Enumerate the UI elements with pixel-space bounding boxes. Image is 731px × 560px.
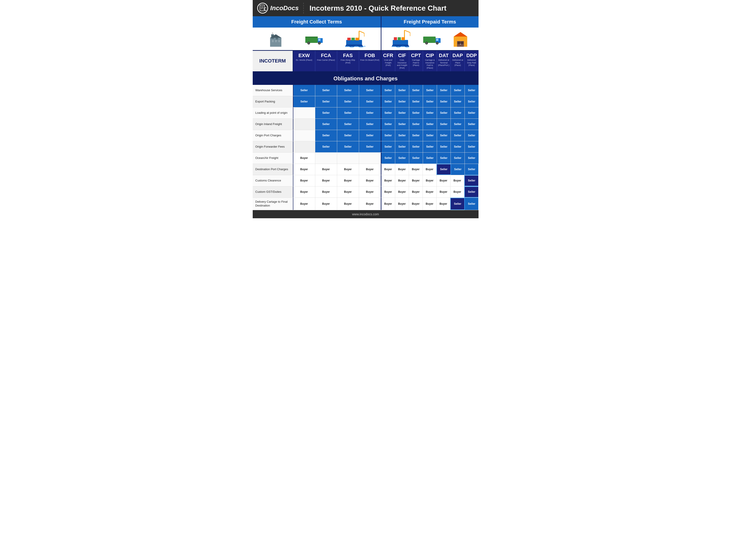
cell: Seller bbox=[359, 96, 381, 107]
logo-text: IncoDocs bbox=[270, 5, 299, 12]
table-row: Destination Port ChargesBuyerBuyerBuyerB… bbox=[253, 164, 479, 175]
cell: Seller bbox=[395, 153, 409, 164]
cell: Buyer bbox=[451, 175, 464, 186]
illustration-row bbox=[253, 28, 479, 51]
page-title: Incoterms 2010 - Quick Reference Chart bbox=[309, 4, 447, 12]
cell: Seller bbox=[395, 96, 409, 107]
row-label: Delivery Cartage to Final Destination bbox=[253, 198, 293, 210]
cell bbox=[293, 119, 315, 130]
row-label: Destination Port Charges bbox=[253, 164, 293, 175]
prepaid-cells: BuyerBuyerBuyerBuyerBuyerBuyerSeller bbox=[382, 186, 479, 198]
factory-icon bbox=[268, 30, 284, 48]
cell: Seller bbox=[359, 141, 381, 152]
prepaid-cells: SellerSellerSellerSellerSellerSellerSell… bbox=[382, 141, 479, 152]
cell: Buyer bbox=[382, 175, 395, 186]
cell: Buyer bbox=[423, 175, 437, 186]
prepaid-truck-icon bbox=[423, 33, 441, 44]
cell: Buyer bbox=[451, 186, 464, 198]
cell: Seller bbox=[337, 85, 359, 96]
cell: Buyer bbox=[315, 175, 337, 186]
cell: Seller bbox=[337, 96, 359, 107]
cell: Seller bbox=[337, 119, 359, 130]
cell: Buyer bbox=[395, 198, 409, 210]
obligations-header: Obligations and Charges bbox=[253, 72, 479, 85]
incoterm-header-row: INCOTERM EXWEx. Words (Place)FCAFree Car… bbox=[253, 51, 479, 72]
cell bbox=[337, 153, 359, 164]
cell: Seller bbox=[337, 130, 359, 141]
cell: Seller bbox=[382, 141, 396, 152]
cell: Buyer bbox=[359, 186, 381, 198]
svg-point-43 bbox=[437, 42, 438, 44]
row-label: Custom GST/Duties bbox=[253, 186, 293, 198]
collect-term-fob: FOBFree On Board (Port) bbox=[359, 51, 381, 71]
collect-cells: SellerSellerSellerSeller bbox=[293, 96, 382, 107]
cell: Buyer bbox=[359, 175, 381, 186]
cell: Buyer bbox=[337, 198, 359, 210]
prepaid-term-cip: CIPCarriage & Insurance Paid to (Place) bbox=[423, 51, 437, 71]
data-rows: Warehouse ServicesSellerSellerSellerSell… bbox=[253, 85, 479, 210]
svg-rect-35 bbox=[398, 37, 401, 40]
prepaid-cells: SellerSellerSellerSellerSellerSellerSell… bbox=[382, 96, 479, 107]
cell: Seller bbox=[423, 153, 437, 164]
prepaid-cells: SellerSellerSellerSellerSellerSellerSell… bbox=[382, 119, 479, 130]
cell: Buyer bbox=[293, 164, 315, 175]
cell: Buyer bbox=[315, 198, 337, 210]
freight-prepaid-header: Freight Prepaid Terms bbox=[382, 16, 479, 28]
prepaid-cells: SellerSellerSellerSellerSellerSellerSell… bbox=[382, 153, 479, 164]
svg-point-10 bbox=[272, 32, 273, 35]
cell: Seller bbox=[465, 164, 478, 175]
cell: Buyer bbox=[409, 186, 423, 198]
cell: Seller bbox=[465, 119, 479, 130]
cell: Buyer bbox=[382, 164, 395, 175]
cell: Seller bbox=[409, 141, 423, 152]
cell: Seller bbox=[382, 130, 396, 141]
cell: Seller bbox=[293, 96, 315, 107]
collect-cells: SellerSellerSeller bbox=[293, 141, 382, 152]
cell: Seller bbox=[359, 130, 381, 141]
cell: Seller bbox=[464, 175, 478, 186]
cell: Seller bbox=[382, 85, 396, 96]
collect-term-fas: FASFree Along Ship (Port) bbox=[337, 51, 359, 71]
cell: Buyer bbox=[423, 198, 437, 210]
cell bbox=[293, 141, 315, 152]
svg-line-22 bbox=[359, 31, 364, 33]
collect-cells: SellerSellerSeller bbox=[293, 119, 382, 130]
svg-point-49 bbox=[460, 44, 461, 45]
cell: Seller bbox=[465, 96, 479, 107]
incoterm-label: INCOTERM bbox=[259, 58, 286, 64]
cell: Buyer bbox=[395, 186, 409, 198]
illustration-collect bbox=[253, 28, 382, 50]
incoterm-label-cell: INCOTERM bbox=[253, 51, 293, 71]
cell: Seller bbox=[382, 119, 396, 130]
table-row: Custom GST/DutiesBuyerBuyerBuyerBuyerBuy… bbox=[253, 186, 479, 198]
cell: Seller bbox=[451, 85, 465, 96]
cell: Seller bbox=[451, 164, 465, 175]
cell: Seller bbox=[450, 198, 465, 210]
svg-rect-37 bbox=[423, 37, 436, 43]
svg-rect-15 bbox=[318, 39, 320, 41]
cell: Seller bbox=[359, 119, 381, 130]
svg-point-19 bbox=[318, 42, 320, 44]
cell: Seller bbox=[451, 107, 465, 119]
prepaid-cells: SellerSellerSellerSellerSellerSellerSell… bbox=[382, 107, 479, 119]
cell: Buyer bbox=[337, 186, 359, 198]
logo-area: IncoDocs bbox=[257, 3, 304, 14]
footer: www.incodocs.com bbox=[253, 210, 479, 218]
collect-term-exw: EXWEx. Words (Place) bbox=[293, 51, 315, 71]
collect-headers: EXWEx. Words (Place)FCAFree Carrier (Pla… bbox=[293, 51, 382, 71]
cell: Buyer bbox=[409, 175, 423, 186]
collect-cells: Buyer bbox=[293, 153, 382, 164]
svg-rect-7 bbox=[272, 40, 274, 42]
cell: Seller bbox=[423, 119, 437, 130]
cell: Buyer bbox=[293, 186, 315, 198]
cell: Seller bbox=[395, 85, 409, 96]
cell: Seller bbox=[359, 107, 381, 119]
cell: Seller bbox=[465, 198, 478, 210]
collect-cells: SellerSellerSeller bbox=[293, 130, 382, 141]
freight-terms-row: Freight Collect Terms Freight Prepaid Te… bbox=[253, 16, 479, 28]
table-row: Customs ClearenceBuyerBuyerBuyerBuyerBuy… bbox=[253, 175, 479, 186]
cell: Buyer bbox=[382, 186, 395, 198]
ship-icon bbox=[345, 30, 366, 48]
cell: Buyer bbox=[359, 198, 381, 210]
svg-rect-32 bbox=[393, 40, 408, 44]
